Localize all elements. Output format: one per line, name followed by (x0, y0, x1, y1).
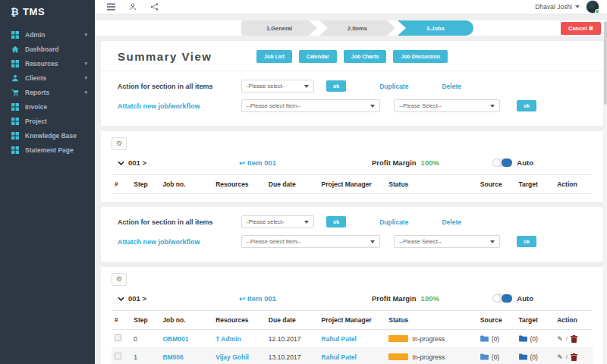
source-files[interactable]: (0) (480, 335, 513, 343)
online-status-dot (595, 9, 599, 14)
reply-arrow-icon: ↩ (239, 158, 245, 167)
item-link[interactable]: ↩ Item 001 (239, 158, 372, 167)
chevron-down-icon: ▾ (84, 61, 87, 67)
section-block-1: ⚙ 001 > ↩ Item 001 Profit Margin 100% (101, 131, 603, 202)
workflow-select[interactable]: --Please Select-- (394, 99, 500, 112)
cart-icon (11, 88, 19, 96)
source-files[interactable]: (0) (480, 353, 513, 361)
sidebar-item-dashboard[interactable]: Dashboard (0, 42, 95, 56)
calendar-button[interactable]: Calendar (299, 50, 337, 63)
item-link[interactable]: ↩ Item 001 (239, 294, 372, 303)
sidebar-item-admin[interactable]: Admin ▾ (0, 27, 95, 42)
scrollbar[interactable] (604, 21, 607, 364)
row-checkbox[interactable] (115, 353, 121, 359)
auto-toggle[interactable] (492, 294, 512, 303)
action-select[interactable]: -Please select- (241, 80, 314, 93)
trash-icon[interactable] (571, 353, 577, 361)
sidebar-item-clients[interactable]: Clients ▾ (0, 71, 95, 85)
avatar (586, 0, 599, 14)
grid-icon (11, 102, 19, 111)
home-icon (11, 45, 19, 53)
sidebar-item-label: Statement Page (25, 146, 74, 154)
ok-button[interactable]: ok (517, 236, 536, 247)
summary-header: Summary View Job List Calendar Job Chart… (101, 41, 603, 71)
sidebar-item-knowledge-base[interactable]: Knowledge Base (0, 128, 95, 143)
grid-icon (11, 131, 19, 140)
project-manager-link[interactable]: Rahul Patel (322, 335, 357, 343)
sidebar-item-project[interactable]: Project (0, 114, 95, 128)
sidebar-item-label: Knowledge Base (25, 132, 77, 140)
chevron-down-icon (118, 161, 124, 165)
resource-link[interactable]: T Admin (215, 335, 241, 343)
share-icon[interactable] (150, 3, 159, 11)
action-block-1: Action for section in all items -Please … (101, 71, 603, 126)
action-select[interactable]: -Please select- (241, 215, 314, 228)
page-title: Summary View (118, 50, 243, 63)
sidebar-item-invoice[interactable]: Invoice (0, 99, 95, 114)
action-block-2: Action for section in all items -Please … (101, 207, 603, 262)
wizard-steps: 1.General 2.Items 3.Jobs (241, 20, 476, 36)
job-discussion-button[interactable]: Job Discussion (393, 50, 448, 63)
ok-button[interactable]: ok (517, 100, 536, 111)
duplicate-link[interactable]: Duplicate (379, 218, 408, 226)
workflow-select[interactable]: --Please Select-- (394, 235, 500, 248)
user-name: Dhaval Joshi (535, 3, 572, 11)
gear-icon[interactable]: ⚙ (112, 137, 127, 150)
item-select[interactable]: --Please select Item-- (241, 99, 380, 112)
row-checkbox[interactable] (115, 334, 121, 341)
action-label: Action for section in all items (118, 218, 241, 226)
edit-icon[interactable]: ✎ (557, 335, 563, 343)
trash-icon[interactable] (571, 335, 577, 343)
gear-icon[interactable]: ⚙ (112, 273, 127, 286)
main-area: Dhaval Joshi 1.General 2.Items 3.Jobs Ca… (95, 0, 607, 364)
caret-down-icon (304, 221, 309, 224)
section-block-2: ⚙ 001 > ↩ Item 001 Profit Margin 100% (101, 267, 603, 364)
topbar: Dhaval Joshi (95, 0, 607, 14)
folder-icon (480, 353, 489, 360)
target-files[interactable]: (0) (519, 353, 552, 361)
resource-link[interactable]: Vijay Gohil (215, 353, 249, 361)
job-charts-button[interactable]: Job Charts (344, 50, 387, 63)
scrollbar-thumb[interactable] (604, 21, 607, 105)
user-icon[interactable] (129, 3, 137, 11)
ok-button[interactable]: ok (326, 80, 346, 92)
caret-down-icon (370, 240, 375, 243)
auto-label: Auto (517, 294, 533, 303)
section-code-toggle[interactable]: 001 > (118, 158, 239, 167)
summary-buttons: Job List Calendar Job Charts Job Discuss… (256, 50, 448, 63)
cancel-button[interactable]: Cancel ✖ (561, 22, 601, 35)
item-select[interactable]: --Please select Item-- (241, 235, 380, 248)
duplicate-link[interactable]: Duplicate (379, 83, 408, 90)
job-no-link[interactable]: BM006 (162, 353, 183, 361)
sidebar-item-statement-page[interactable]: Statement Page (0, 143, 95, 157)
folder-icon (519, 353, 527, 360)
wizard-step-items[interactable]: 2.Items (319, 20, 395, 36)
section-code-toggle[interactable]: 001 > (118, 294, 239, 303)
sidebar-item-label: Reports (25, 89, 49, 96)
job-list-button[interactable]: Job List (256, 50, 292, 63)
caret-down-icon (370, 105, 375, 108)
user-icon (11, 74, 19, 82)
delete-link[interactable]: Delete (442, 218, 461, 226)
ok-button[interactable]: ok (326, 216, 346, 228)
table-header-row: # Step Job no. Resources Due date Projec… (112, 175, 593, 194)
auto-toggle[interactable] (492, 158, 512, 167)
attach-link[interactable]: Attatch new job/workflow (118, 102, 241, 110)
attach-link[interactable]: Attatch new job/workflow (118, 238, 241, 246)
project-manager-link[interactable]: Rahul Patel (322, 353, 357, 361)
user-menu[interactable]: Dhaval Joshi (535, 0, 599, 14)
delete-link[interactable]: Delete (442, 83, 461, 90)
sidebar-item-resources[interactable]: Resources ▾ (0, 56, 95, 71)
profit-margin: Profit Margin 100% (372, 294, 439, 303)
auto-label: Auto (517, 158, 533, 167)
menu-icon[interactable] (107, 3, 115, 11)
sidebar: ₿ TMS Admin ▾ Dashboard Resources ▾ Clie… (0, 0, 95, 364)
caret-down-icon (490, 240, 495, 243)
target-files[interactable]: (0) (519, 335, 552, 343)
wizard-step-jobs[interactable]: 3.Jobs (398, 20, 473, 36)
sidebar-item-reports[interactable]: Reports ▾ (0, 85, 95, 99)
close-icon: ✖ (589, 25, 593, 32)
edit-icon[interactable]: ✎ (557, 353, 563, 361)
job-no-link[interactable]: OBM001 (162, 335, 188, 343)
wizard-step-general[interactable]: 1.General (241, 20, 317, 36)
